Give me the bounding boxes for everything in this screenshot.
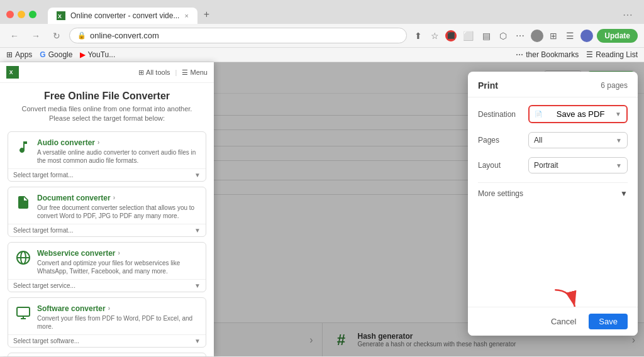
more-settings-chevron: ▼ — [620, 189, 628, 198]
svg-rect-15 — [17, 307, 30, 316]
lock-icon: 🔒 — [77, 31, 86, 40]
webservice-select[interactable]: Select target service... ▼ — [8, 279, 206, 292]
destination-select[interactable]: 📄 Save as PDF ▼ — [528, 105, 628, 123]
webservice-arrow: › — [118, 250, 120, 256]
youtube-label: YouTu... — [87, 50, 115, 59]
modal-subtitle: Convert media files online from one form… — [13, 104, 201, 124]
document-text: Document converter › Our free document c… — [37, 194, 199, 220]
layout-value: Portrait — [534, 161, 558, 170]
active-tab[interactable]: X Online converter - convert vide... × — [48, 8, 197, 24]
new-tab-button[interactable]: + — [197, 5, 216, 24]
audio-select[interactable]: Select target format... ▼ — [8, 168, 206, 181]
layout-chevron: ▼ — [616, 162, 622, 169]
webservice-text: Webservice converter › Convert and optim… — [37, 249, 199, 275]
share-icon[interactable]: ⬆ — [412, 30, 425, 42]
browser-chrome: X Online converter - convert vide... × +… — [0, 0, 644, 62]
main-area: ONLINE-CO Log In Sign Up — [0, 62, 644, 356]
destination-chevron: ▼ — [615, 111, 621, 118]
modal-title-area: Free Online File Converter Convert media… — [0, 83, 214, 126]
software-text: Software converter › Convert your files … — [37, 304, 199, 331]
audio-arrow: › — [97, 139, 99, 146]
toolbar-divider: | — [175, 69, 177, 76]
nav-icons: ⬆ ☆ ⬛ ⬜ ▤ ⬡ ⋯ ⊞ ☰ Update — [412, 29, 638, 43]
star-icon[interactable]: ☆ — [428, 30, 441, 42]
close-button[interactable] — [6, 11, 14, 18]
google-label: Google — [48, 50, 73, 59]
reading-list-icon: ☰ — [586, 50, 593, 59]
video-converter-item: Video converter › Convert video files in… — [8, 353, 206, 356]
google-bookmark[interactable]: G Google — [40, 50, 72, 59]
refresh-button[interactable]: ↻ — [49, 30, 64, 42]
save-button[interactable]: Save — [589, 314, 628, 329]
cast-icon[interactable]: ⬡ — [497, 30, 509, 42]
apps-bookmark[interactable]: ⊞ Apps — [6, 50, 32, 59]
software-arrow: › — [108, 305, 110, 312]
sidebar-icon[interactable]: ▤ — [480, 30, 493, 42]
converter-modal: X ⊞ All tools | ☰ Menu Free Online File … — [0, 62, 214, 356]
pages-select[interactable]: All ▼ — [528, 132, 628, 148]
audio-icon — [14, 138, 32, 156]
modal-toolbar: X ⊞ All tools | ☰ Menu — [0, 62, 214, 83]
document-title: Document converter — [37, 194, 111, 202]
reading-list-item[interactable]: ☰ Reading List — [586, 50, 638, 59]
webservice-icon — [14, 249, 32, 266]
bookmarks-bar: ⊞ Apps G Google ▶ YouTu... ⋯ ther Bookma… — [0, 48, 644, 62]
audio-desc: A versatile online audio converter to co… — [37, 148, 199, 165]
other-bookmarks[interactable]: ⋯ ther Bookmarks — [516, 50, 579, 59]
webservice-converter-item: Webservice converter › Convert and optim… — [8, 242, 206, 292]
youtube-bookmark[interactable]: ▶ YouTu... — [80, 50, 115, 59]
bookmarks-icon: ⋯ — [516, 50, 523, 59]
menu-icon[interactable]: ☰ — [564, 30, 577, 42]
minimize-button[interactable] — [18, 11, 25, 18]
audio-chevron: ▼ — [194, 172, 201, 178]
address-bar[interactable]: 🔒 online-convert.com — [69, 28, 407, 43]
back-button[interactable]: ← — [6, 30, 23, 42]
audio-text: Audio converter › A versatile online aud… — [37, 138, 199, 165]
extensions-icon[interactable]: ⬜ — [460, 30, 476, 42]
audio-title: Audio converter — [37, 138, 95, 147]
document-select-text: Select target format... — [13, 227, 74, 234]
webservice-desc: Convert and optimize your files for webs… — [37, 259, 199, 275]
avatar-icon — [531, 30, 543, 42]
webservice-select-text: Select target service... — [13, 282, 75, 289]
menu-item[interactable]: ☰ Menu — [182, 69, 208, 77]
layout-select[interactable]: Portrait ▼ — [528, 157, 628, 173]
software-converter-item: Software converter › Convert your files … — [8, 297, 206, 348]
maximize-button[interactable] — [29, 11, 36, 18]
document-chevron: ▼ — [194, 227, 201, 234]
print-header: Print 6 pages — [468, 72, 638, 97]
svg-text:X: X — [9, 69, 13, 75]
more-settings[interactable]: More settings ▼ — [478, 182, 628, 204]
dialog-overlay: X ⊞ All tools | ☰ Menu Free Online File … — [0, 62, 644, 356]
more-icon[interactable]: ⋯ — [513, 30, 527, 42]
stop-icon[interactable]: ⬛ — [445, 30, 457, 41]
tab-close-button[interactable]: × — [184, 12, 188, 19]
grid-icon: ⊞ — [138, 69, 144, 77]
software-select[interactable]: Select target software... ▼ — [8, 334, 206, 347]
window-expand-icon[interactable]: ⋯ — [618, 9, 638, 21]
all-tools-item[interactable]: ⊞ All tools — [138, 69, 170, 77]
youtube-icon: ▶ — [80, 51, 85, 59]
software-chevron: ▼ — [194, 338, 201, 344]
traffic-lights — [6, 11, 36, 18]
menu-icon: ☰ — [182, 69, 188, 77]
modal-title: Free Online File Converter — [13, 91, 201, 102]
all-tools-label: All tools — [146, 69, 170, 76]
webservice-chevron: ▼ — [194, 282, 201, 289]
destination-label: Destination — [478, 110, 528, 119]
print-body: Destination 📄 Save as PDF ▼ Pages All ▼ — [468, 97, 638, 212]
reading-list-label: Reading List — [596, 50, 638, 59]
update-button[interactable]: Update — [597, 29, 638, 43]
more-settings-label: More settings — [478, 189, 523, 198]
menu-label: Menu — [190, 69, 208, 76]
pages-value: All — [534, 136, 542, 145]
audio-converter-item: Audio converter › A versatile online aud… — [8, 131, 206, 182]
forward-button[interactable]: → — [28, 30, 44, 42]
document-converter-item: Document converter › Our free document c… — [8, 187, 206, 237]
pages-label: Pages — [478, 136, 528, 145]
share-btn-2[interactable]: ⊞ — [547, 30, 560, 42]
document-select[interactable]: Select target format... ▼ — [8, 224, 206, 236]
red-arrow-indicator — [550, 285, 581, 319]
tab-title: Online converter - convert vide... — [70, 11, 179, 20]
webservice-title: Webservice converter — [37, 249, 116, 258]
